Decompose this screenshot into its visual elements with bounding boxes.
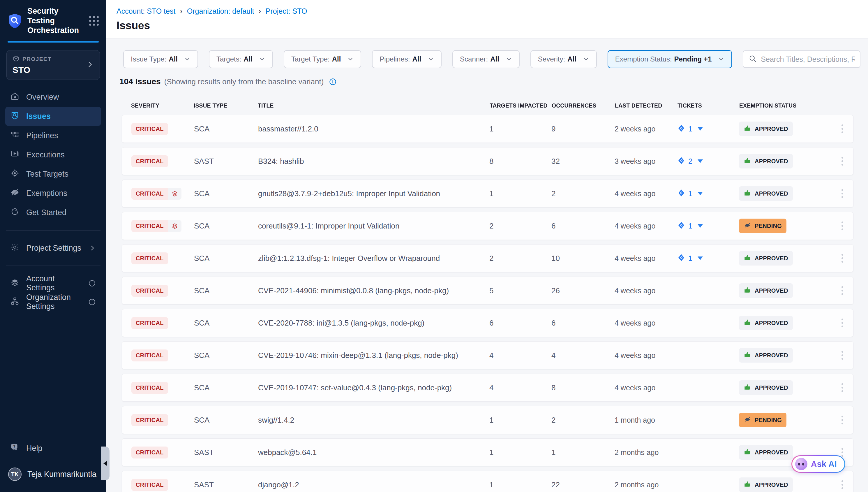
issue-row[interactable]: CRITICAL SCA zlib@1:1.2.13.dfsg-1: Integ… — [122, 244, 853, 272]
row-menu-kebab-icon[interactable] — [839, 414, 846, 426]
sidebar-header: Security Testing Orchestration — [0, 0, 106, 41]
ticket-dropdown-icon[interactable] — [698, 159, 703, 163]
row-menu-kebab-icon[interactable] — [839, 317, 846, 329]
sidebar-item-exemptions[interactable]: Exemptions — [5, 183, 101, 203]
sidebar-collapse-handle[interactable] — [101, 446, 109, 480]
issue-type: SCA — [194, 222, 258, 230]
ticket-dropdown-icon[interactable] — [698, 127, 703, 130]
ask-ai-button[interactable]: Ask AI — [791, 455, 845, 473]
ticket-count: 2 — [688, 157, 692, 166]
jira-ticket-icon — [677, 221, 685, 230]
tickets-cell[interactable]: 1 — [677, 253, 739, 263]
ticket-dropdown-icon[interactable] — [698, 256, 703, 260]
filter-target-type[interactable]: Target Type: All — [284, 50, 361, 68]
project-selector[interactable]: PROJECT STO — [6, 50, 100, 80]
issue-row[interactable]: CRITICAL SCA coreutils@9.1-1: Improper I… — [122, 212, 853, 240]
info-icon[interactable] — [88, 279, 96, 287]
row-menu-kebab-icon[interactable] — [839, 382, 846, 394]
breadcrumb-separator: › — [180, 7, 182, 15]
project-label: PROJECT — [22, 56, 52, 63]
severity-badge: CRITICAL — [131, 414, 168, 426]
issue-row[interactable]: CRITICAL SCA gnutls28@3.7.9-2+deb12u5: I… — [122, 179, 853, 207]
sidebar-item-get-started[interactable]: Get Started — [5, 203, 101, 222]
target-icon — [10, 169, 19, 179]
row-menu-kebab-icon[interactable] — [839, 188, 846, 200]
issue-row[interactable]: CRITICAL SAST webpack@5.64.1 1 1 2 month… — [122, 438, 853, 466]
filter-value: All — [490, 55, 499, 63]
severity-stack-icon — [168, 188, 181, 200]
last-detected: 4 weeks ago — [614, 351, 677, 360]
jira-ticket-icon — [677, 189, 685, 198]
filter-label: Target Type: — [291, 55, 330, 63]
tickets-cell[interactable]: 1 — [677, 221, 739, 230]
breadcrumb-link[interactable]: Account: STO test — [116, 7, 175, 16]
user-menu[interactable]: TK Teja Kummarikuntla — [5, 468, 101, 481]
exemption-status-badge: APPROVED — [739, 122, 793, 136]
sidebar-item-project-settings[interactable]: Project Settings — [5, 239, 101, 257]
exemption-status-label: PENDING — [755, 417, 782, 423]
occurrences: 6 — [551, 222, 614, 230]
ticket-dropdown-icon[interactable] — [698, 192, 703, 195]
info-icon[interactable] — [329, 78, 337, 86]
severity-badge: CRITICAL — [131, 285, 168, 297]
occurrences: 9 — [551, 124, 614, 133]
breadcrumb-link[interactable]: Organization: default — [187, 7, 254, 16]
tickets-cell[interactable]: 2 — [677, 156, 739, 166]
sidebar-item-help[interactable]: ? Help — [5, 439, 101, 458]
tickets-cell[interactable]: 1 — [677, 124, 739, 133]
issue-type: SAST — [194, 448, 258, 457]
ticket-dropdown-icon[interactable] — [698, 224, 703, 228]
row-menu-kebab-icon[interactable] — [839, 155, 846, 167]
sidebar-item-account-settings[interactable]: Account Settings — [5, 274, 101, 293]
issue-row[interactable]: CRITICAL SAST B324: hashlib 8 32 3 weeks… — [122, 147, 853, 175]
sidebar-item-pipelines[interactable]: Pipelines — [5, 126, 101, 145]
issue-row[interactable]: CRITICAL SCA swig//1.4.2 1 2 1 month ago… — [122, 406, 853, 434]
chevron-down-icon — [583, 56, 589, 63]
issue-row[interactable]: CRITICAL SCA CVE-2020-7788: ini@1.3.5 (l… — [122, 309, 853, 337]
help-chat-icon: ? — [10, 443, 19, 454]
thumbs-up-icon — [744, 124, 751, 133]
filter-exemption-status[interactable]: Exemption Status: Pending +1 — [608, 50, 732, 68]
sidebar-item-test-targets[interactable]: Test Targets — [5, 164, 101, 183]
row-menu-kebab-icon[interactable] — [839, 285, 846, 297]
last-detected: 4 weeks ago — [614, 254, 677, 263]
filter-label: Targets: — [216, 55, 241, 63]
issue-row[interactable]: CRITICAL SAST django@1.2 1 22 2 months a… — [122, 471, 853, 492]
issue-type: SCA — [194, 124, 258, 133]
row-menu-kebab-icon[interactable] — [839, 252, 846, 264]
filter-pipelines[interactable]: Pipelines: All — [372, 50, 442, 68]
targets-impacted: 1 — [489, 416, 551, 425]
issue-row[interactable]: CRITICAL SCA CVE-2021-44906: minimist@0.… — [122, 277, 853, 304]
sidebar-item-label: Overview — [26, 93, 59, 102]
filter-issue-type[interactable]: Issue Type: All — [123, 50, 198, 68]
user-name: Teja Kummarikuntla — [27, 470, 97, 479]
eye-off-icon — [10, 188, 19, 199]
tickets-cell[interactable]: 1 — [677, 189, 739, 198]
last-detected: 2 months ago — [614, 481, 677, 489]
svg-text:?: ? — [14, 444, 16, 448]
sidebar: Security Testing Orchestration PROJECT S… — [0, 0, 106, 492]
sidebar-item-overview[interactable]: Overview — [5, 88, 101, 107]
last-detected: 4 weeks ago — [614, 384, 677, 392]
issue-row[interactable]: CRITICAL SCA CVE-2019-10746: mixin-deep@… — [122, 341, 853, 369]
sidebar-item-organization-settings[interactable]: Organization Settings — [5, 293, 101, 311]
info-icon[interactable] — [88, 298, 96, 306]
breadcrumb-link[interactable]: Project: STO — [266, 7, 307, 16]
sidebar-item-executions[interactable]: Executions — [5, 145, 101, 164]
filter-scanner[interactable]: Scanner: All — [452, 50, 520, 68]
last-detected: 4 weeks ago — [614, 222, 677, 230]
sidebar-item-issues[interactable]: Issues — [5, 107, 101, 126]
row-menu-kebab-icon[interactable] — [839, 349, 846, 362]
page-title: Issues — [116, 20, 853, 32]
row-menu-kebab-icon[interactable] — [839, 220, 846, 232]
row-menu-kebab-icon[interactable] — [839, 123, 846, 135]
get-started-icon — [10, 207, 19, 218]
row-menu-kebab-icon[interactable] — [839, 478, 846, 491]
app-switcher-grid-icon[interactable] — [89, 16, 99, 26]
issue-row[interactable]: CRITICAL SCA CVE-2019-10747: set-value@0… — [122, 374, 853, 402]
issue-type: SCA — [194, 254, 258, 263]
filter-targets[interactable]: Targets: All — [209, 50, 273, 68]
issue-row[interactable]: CRITICAL SCA bassmaster//1.2.0 1 9 2 wee… — [122, 115, 853, 143]
filter-severity[interactable]: Severity: All — [530, 50, 597, 68]
search-input[interactable] — [761, 55, 854, 64]
